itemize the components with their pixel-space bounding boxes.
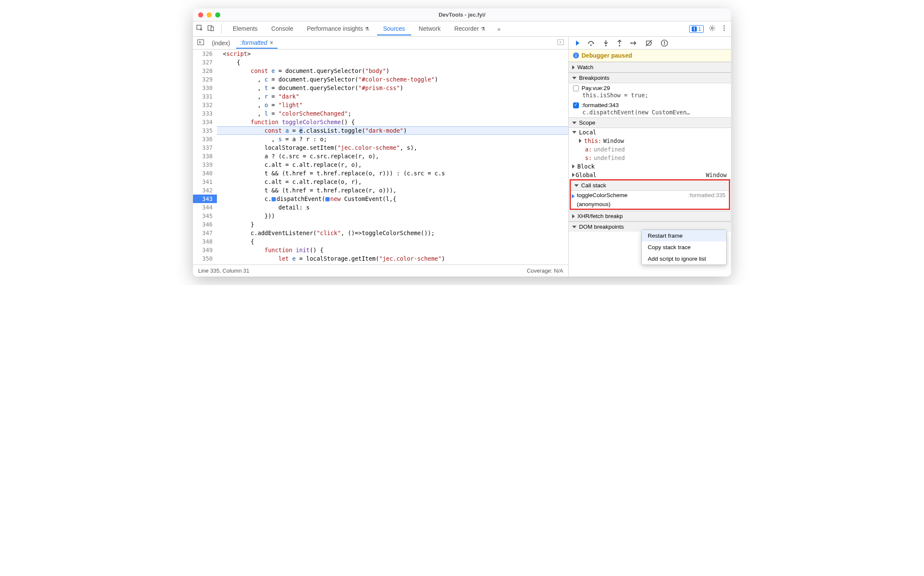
section-scope[interactable]: Scope	[569, 117, 731, 128]
section-watch[interactable]: Watch	[569, 62, 731, 73]
run-snippet-icon[interactable]	[556, 39, 566, 47]
editor-tab-index[interactable]: (index)	[208, 38, 234, 48]
code-line[interactable]: 343 c.dispatchEvent(new CustomEvent(l,{	[193, 195, 568, 203]
step-out-icon[interactable]	[617, 40, 623, 47]
context-menu: Restart frameCopy stack traceAdd script …	[641, 230, 727, 265]
resume-icon[interactable]	[573, 40, 580, 47]
toolbar-divider	[221, 24, 222, 34]
tab-sources[interactable]: Sources	[377, 23, 411, 35]
close-tab-icon[interactable]: ×	[270, 39, 273, 46]
cursor-position: Line 335, Column 31	[198, 268, 249, 274]
scope-body: Local this: Window a: undefined s: undef…	[569, 128, 731, 179]
code-line[interactable]: 331 , r = "dark"	[193, 92, 568, 101]
tab-recorder[interactable]: Recorder	[448, 23, 491, 35]
code-line[interactable]: 337 localStorage.setItem("jec.color-sche…	[193, 143, 568, 152]
more-tabs-icon[interactable]: »	[493, 26, 505, 32]
flask-icon	[365, 25, 369, 32]
inspect-element-icon[interactable]	[196, 25, 203, 33]
code-line[interactable]: 339 c.alt = c.alt.replace(r, o),	[193, 160, 568, 169]
svg-point-15	[630, 42, 632, 44]
coverage-status: Coverage: N/A	[527, 268, 563, 274]
code-line[interactable]: 344 detail: s	[193, 203, 568, 212]
code-line[interactable]: 338 a ? (c.src = c.src.replace(r, o),	[193, 152, 568, 160]
tab-perf-insights[interactable]: Performance insights	[301, 23, 376, 35]
context-menu-item[interactable]: Add script to ignore list	[642, 253, 726, 265]
titlebar: DevTools - jec.fyi/	[193, 9, 731, 21]
code-editor[interactable]: 326<script>327 {328 const e = document.q…	[193, 49, 568, 265]
section-breakpoints[interactable]: Breakpoints	[569, 73, 731, 83]
scope-global[interactable]: GlobalWindow	[569, 171, 731, 179]
deactivate-bp-icon[interactable]	[646, 40, 653, 47]
code-line[interactable]: 350 let e = localStorage.getItem("jec.co…	[193, 254, 568, 263]
more-options-icon[interactable]	[721, 25, 728, 33]
issues-button[interactable]: 1	[689, 25, 704, 33]
tab-elements[interactable]: Elements	[227, 23, 263, 35]
code-line[interactable]: 327 {	[193, 58, 568, 67]
step-over-icon[interactable]	[588, 40, 595, 47]
scope-this[interactable]: this: Window	[569, 137, 731, 145]
breakpoint-item[interactable]: :formatted:343c.dispatchEvent(new Custom…	[569, 100, 731, 117]
code-line[interactable]: 348 {	[193, 237, 568, 246]
code-line[interactable]: 334 function toggleColorScheme() {	[193, 118, 568, 126]
device-toggle-icon[interactable]	[208, 25, 214, 33]
settings-icon[interactable]	[709, 25, 716, 33]
debugger-status: i Debugger paused	[569, 49, 731, 62]
minimize-window-button[interactable]	[207, 12, 212, 17]
navigator-toggle-icon[interactable]	[196, 39, 206, 47]
code-line[interactable]: 335 const a = e.classList.toggle("dark-m…	[193, 126, 568, 135]
close-window-button[interactable]	[198, 12, 203, 17]
svg-point-12	[590, 44, 592, 46]
svg-point-13	[605, 45, 607, 47]
tab-network[interactable]: Network	[413, 23, 447, 35]
code-line[interactable]: 329 , c = document.querySelector("#color…	[193, 75, 568, 84]
scope-var-a: a: undefined	[569, 145, 731, 154]
issues-count: 1	[698, 26, 701, 32]
code-line[interactable]: 333 , l = "colorSchemeChanged";	[193, 109, 568, 118]
breakpoint-item[interactable]: Pay.vue:29this.isShow = true;	[569, 83, 731, 100]
step-into-icon[interactable]	[603, 40, 609, 47]
callstack-frame[interactable]: (anonymous)	[571, 200, 729, 209]
editor-pane: (index) :formatted × 326<script>327 {328…	[193, 37, 569, 276]
breakpoint-checkbox[interactable]	[573, 102, 579, 108]
editor-tab-formatted[interactable]: :formatted ×	[236, 38, 278, 49]
svg-rect-5	[694, 30, 695, 31]
pause-exceptions-icon[interactable]	[661, 40, 668, 47]
section-xhr[interactable]: XHR/fetch breakp	[569, 211, 731, 221]
svg-point-7	[724, 26, 725, 27]
svg-rect-17	[664, 44, 665, 45]
callstack-frame[interactable]: toggleColorScheme:formatted:335	[571, 191, 729, 200]
section-callstack[interactable]: Call stack	[571, 180, 729, 191]
code-line[interactable]: 347 c.addEventListener("click", ()=>togg…	[193, 229, 568, 237]
flask-icon	[481, 25, 485, 32]
zoom-window-button[interactable]	[215, 12, 220, 17]
breakpoint-checkbox[interactable]	[573, 85, 579, 91]
scope-var-s: s: undefined	[569, 154, 731, 162]
svg-point-9	[724, 30, 725, 31]
svg-point-8	[724, 28, 725, 29]
code-line[interactable]: 340 t && (t.href = t.href.replace(o, r))…	[193, 169, 568, 177]
debug-toolbar	[569, 37, 731, 49]
callstack-highlight-box: Call stack toggleColorScheme:formatted:3…	[570, 179, 730, 210]
context-menu-item[interactable]: Restart frame	[642, 230, 726, 241]
code-line[interactable]: 326<script>	[193, 49, 568, 58]
scope-local[interactable]: Local	[569, 128, 731, 137]
code-line[interactable]: 342 t && (t.href = t.href.replace(r, o))…	[193, 186, 568, 195]
callstack-list: toggleColorScheme:formatted:335(anonymou…	[571, 191, 729, 209]
info-icon: i	[573, 52, 579, 58]
code-line[interactable]: 336 , s = a ? r : o;	[193, 135, 568, 143]
code-line[interactable]: 328 const e = document.querySelector("bo…	[193, 67, 568, 75]
code-line[interactable]: 345 }))	[193, 212, 568, 220]
step-icon[interactable]	[630, 40, 638, 47]
breakpoints-list: Pay.vue:29this.isShow = true;:formatted:…	[569, 83, 731, 117]
tab-console[interactable]: Console	[265, 23, 299, 35]
code-line[interactable]: 330 , t = document.querySelector("#prism…	[193, 84, 568, 92]
window-title: DevTools - jec.fyi/	[193, 12, 731, 18]
code-line[interactable]: 349 function init() {	[193, 246, 568, 254]
scope-block[interactable]: Block	[569, 162, 731, 171]
code-line[interactable]: 332 , o = "light"	[193, 101, 568, 109]
context-menu-item[interactable]: Copy stack trace	[642, 241, 726, 253]
code-line[interactable]: 346 }	[193, 220, 568, 229]
panel-tabs: Elements Console Performance insights So…	[227, 23, 687, 35]
main-toolbar: Elements Console Performance insights So…	[193, 21, 731, 37]
code-line[interactable]: 341 c.alt = c.alt.replace(o, r),	[193, 177, 568, 186]
